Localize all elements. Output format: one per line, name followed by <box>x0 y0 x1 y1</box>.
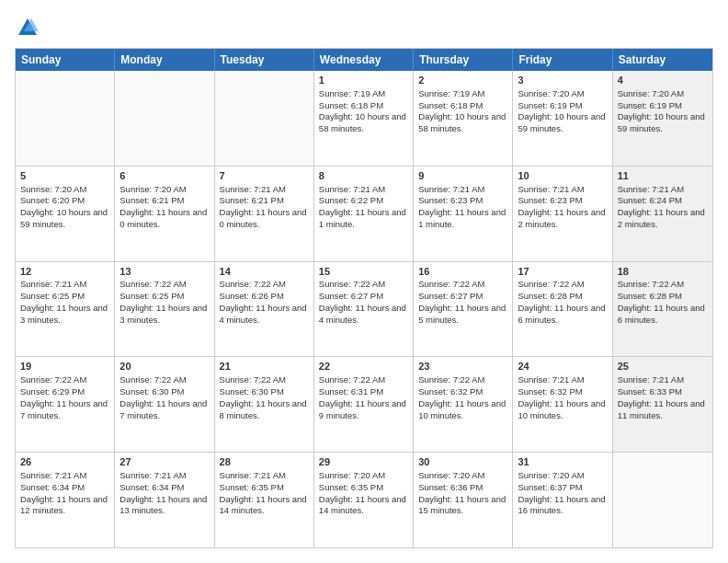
day-number: 10 <box>518 169 607 183</box>
day-info-line: Sunrise: 7:21 AM <box>220 470 309 482</box>
day-info-line: Sunset: 6:35 PM <box>319 482 408 494</box>
day-info-line: Sunset: 6:30 PM <box>119 386 209 398</box>
day-info-line: Sunrise: 7:20 AM <box>20 184 109 196</box>
day-info-line: Sunrise: 7:21 AM <box>618 184 708 196</box>
cal-cell-r4-c4: 30Sunrise: 7:20 AMSunset: 6:36 PMDayligh… <box>414 453 513 547</box>
day-number: 28 <box>220 455 309 469</box>
day-info-line: Daylight: 11 hours and 2 minutes. <box>618 207 708 231</box>
day-info-line: Daylight: 10 hours and 58 minutes. <box>319 111 408 135</box>
logo-icon <box>15 15 40 40</box>
day-info-line: Sunrise: 7:22 AM <box>319 374 408 386</box>
day-info-line: Sunrise: 7:20 AM <box>418 470 507 482</box>
day-info-line: Sunset: 6:33 PM <box>618 386 708 398</box>
cal-cell-r0-c5: 3Sunrise: 7:20 AMSunset: 6:19 PMDaylight… <box>513 71 612 166</box>
cal-cell-r4-c0: 26Sunrise: 7:21 AMSunset: 6:34 PMDayligh… <box>16 453 115 547</box>
day-info-line: Sunset: 6:18 PM <box>418 100 507 112</box>
day-number: 21 <box>220 360 309 373</box>
day-info-line: Daylight: 11 hours and 9 minutes. <box>319 398 408 422</box>
cal-cell-r4-c6 <box>613 453 712 547</box>
cal-cell-r1-c4: 9Sunrise: 7:21 AMSunset: 6:23 PMDaylight… <box>414 167 513 261</box>
cal-cell-r3-c3: 22Sunrise: 7:22 AMSunset: 6:31 PMDayligh… <box>314 357 414 452</box>
day-info-line: Sunrise: 7:21 AM <box>20 470 109 482</box>
cal-row-4: 26Sunrise: 7:21 AMSunset: 6:34 PMDayligh… <box>16 452 712 547</box>
day-info-line: Sunset: 6:28 PM <box>518 291 607 303</box>
day-info-line: Sunset: 6:34 PM <box>20 482 109 494</box>
day-number: 6 <box>119 169 209 183</box>
day-info-line: Sunset: 6:19 PM <box>518 100 607 112</box>
day-info-line: Daylight: 11 hours and 13 minutes. <box>119 494 209 518</box>
cal-header-sunday: Sunday <box>16 49 115 71</box>
cal-cell-r1-c5: 10Sunrise: 7:21 AMSunset: 6:23 PMDayligh… <box>513 167 612 261</box>
cal-cell-r1-c0: 5Sunrise: 7:20 AMSunset: 6:20 PMDaylight… <box>16 167 115 261</box>
day-info-line: Sunrise: 7:21 AM <box>319 184 408 196</box>
cal-row-0: 1Sunrise: 7:19 AMSunset: 6:18 PMDaylight… <box>16 71 712 166</box>
cal-row-3: 19Sunrise: 7:22 AMSunset: 6:29 PMDayligh… <box>16 356 712 452</box>
cal-cell-r2-c6: 18Sunrise: 7:22 AMSunset: 6:28 PMDayligh… <box>613 262 712 357</box>
day-info-line: Sunrise: 7:21 AM <box>20 279 109 291</box>
day-info-line: Daylight: 11 hours and 10 minutes. <box>418 398 507 422</box>
day-number: 8 <box>319 169 408 183</box>
day-info-line: Daylight: 11 hours and 1 minute. <box>319 207 408 231</box>
day-info-line: Sunset: 6:22 PM <box>319 195 408 207</box>
cal-cell-r1-c2: 7Sunrise: 7:21 AMSunset: 6:21 PMDaylight… <box>215 167 314 261</box>
cal-cell-r0-c0 <box>16 71 115 166</box>
day-info-line: Sunrise: 7:22 AM <box>20 374 109 386</box>
day-info-line: Daylight: 11 hours and 11 minutes. <box>618 398 708 422</box>
day-info-line: Sunrise: 7:21 AM <box>518 184 607 196</box>
cal-cell-r2-c3: 15Sunrise: 7:22 AMSunset: 6:27 PMDayligh… <box>314 262 414 357</box>
day-info-line: Sunset: 6:30 PM <box>220 386 309 398</box>
day-info-line: Sunset: 6:25 PM <box>119 291 209 303</box>
day-info-line: Sunset: 6:26 PM <box>220 291 309 303</box>
day-info-line: Daylight: 11 hours and 2 minutes. <box>518 207 607 231</box>
day-info-line: Sunset: 6:28 PM <box>618 291 708 303</box>
day-number: 22 <box>319 360 408 373</box>
cal-cell-r4-c1: 27Sunrise: 7:21 AMSunset: 6:34 PMDayligh… <box>115 453 214 547</box>
day-info-line: Sunset: 6:29 PM <box>20 386 109 398</box>
cal-cell-r1-c6: 11Sunrise: 7:21 AMSunset: 6:24 PMDayligh… <box>613 167 712 261</box>
day-info-line: Sunrise: 7:21 AM <box>618 374 708 386</box>
day-number: 25 <box>618 360 708 373</box>
day-info-line: Daylight: 11 hours and 16 minutes. <box>518 494 607 518</box>
day-info-line: Sunset: 6:37 PM <box>518 482 607 494</box>
day-info-line: Sunrise: 7:22 AM <box>220 279 309 291</box>
day-number: 11 <box>618 169 708 183</box>
day-info-line: Daylight: 10 hours and 59 minutes. <box>518 111 607 135</box>
day-number: 23 <box>418 360 507 373</box>
day-info-line: Sunset: 6:31 PM <box>319 386 408 398</box>
day-info-line: Daylight: 11 hours and 4 minutes. <box>319 303 408 327</box>
day-number: 30 <box>418 455 507 469</box>
day-info-line: Daylight: 11 hours and 3 minutes. <box>20 303 109 327</box>
day-number: 14 <box>220 265 309 279</box>
cal-cell-r3-c4: 23Sunrise: 7:22 AMSunset: 6:32 PMDayligh… <box>414 357 513 452</box>
day-info-line: Sunset: 6:25 PM <box>20 291 109 303</box>
day-info-line: Daylight: 11 hours and 0 minutes. <box>119 207 209 231</box>
day-info-line: Sunrise: 7:20 AM <box>518 88 607 100</box>
day-info-line: Daylight: 11 hours and 7 minutes. <box>20 398 109 422</box>
day-info-line: Sunrise: 7:20 AM <box>618 88 708 100</box>
day-info-line: Daylight: 11 hours and 10 minutes. <box>518 398 607 422</box>
page: SundayMondayTuesdayWednesdayThursdayFrid… <box>0 0 728 563</box>
day-info-line: Daylight: 11 hours and 8 minutes. <box>220 398 309 422</box>
cal-cell-r0-c2 <box>215 71 314 166</box>
day-number: 19 <box>20 360 109 373</box>
day-info-line: Daylight: 11 hours and 14 minutes. <box>220 494 309 518</box>
day-info-line: Sunrise: 7:21 AM <box>518 374 607 386</box>
cal-row-1: 5Sunrise: 7:20 AMSunset: 6:20 PMDaylight… <box>16 166 712 261</box>
day-number: 13 <box>119 265 209 279</box>
cal-header-friday: Friday <box>513 49 612 71</box>
day-info-line: Daylight: 10 hours and 59 minutes. <box>20 207 109 231</box>
cal-cell-r4-c2: 28Sunrise: 7:21 AMSunset: 6:35 PMDayligh… <box>215 453 314 547</box>
day-number: 27 <box>119 455 209 469</box>
day-number: 17 <box>518 265 607 279</box>
day-number: 31 <box>518 455 607 469</box>
day-info-line: Sunset: 6:35 PM <box>220 482 309 494</box>
day-number: 15 <box>319 265 408 279</box>
cal-cell-r2-c1: 13Sunrise: 7:22 AMSunset: 6:25 PMDayligh… <box>115 262 214 357</box>
day-info-line: Sunset: 6:21 PM <box>119 195 209 207</box>
day-info-line: Daylight: 11 hours and 1 minute. <box>418 207 507 231</box>
day-number: 1 <box>319 74 408 87</box>
day-info-line: Sunrise: 7:22 AM <box>119 374 209 386</box>
day-number: 3 <box>518 74 607 87</box>
day-info-line: Sunset: 6:20 PM <box>20 195 109 207</box>
day-info-line: Sunrise: 7:19 AM <box>319 88 408 100</box>
